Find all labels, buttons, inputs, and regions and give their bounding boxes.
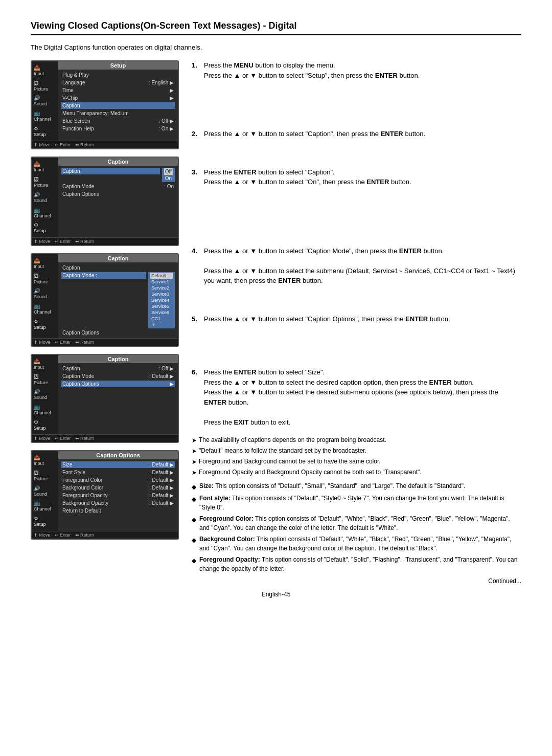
- note-4-text: Foreground Opacity and Background Opacit…: [199, 468, 422, 477]
- step-4-num: 4.: [192, 246, 201, 286]
- bullet-font-text: Font style: This option consists of "Def…: [199, 494, 521, 512]
- menu-transparency: Menu Transparency: Medium: [61, 110, 175, 117]
- tv-sidebar-4: 📥Input 🖼Picture 🔊Sound 📺Channel ⚙Setup: [32, 355, 58, 434]
- step-3-num: 3.: [192, 167, 201, 187]
- sidebar-input-4: 📥Input: [33, 357, 57, 372]
- bullet-bg-color: ◆ Background Color: This option consists…: [192, 535, 521, 553]
- notes-section: ➤ The availability of captions depends o…: [192, 435, 521, 477]
- menu-fg-opacity: Foreground Opacity: Default ▶: [61, 492, 175, 499]
- sidebar-setup-3: ⚙Setup: [33, 317, 57, 332]
- menu-caption-options-2: Caption Options: [61, 191, 175, 197]
- tv-menu-items-3: Caption Caption Mode : Default Service1 …: [58, 262, 178, 338]
- bullets-section: ◆ Size: This option consists of "Default…: [192, 481, 521, 573]
- note-arrow-2: ➤: [192, 447, 197, 456]
- tv-footer-3: ⬆ Move↩ Enter⬅ Return: [32, 338, 178, 346]
- sidebar-channel-5: 📺Channel: [33, 499, 57, 514]
- bullet-fg-color-text: Foreground Color: This option consists o…: [199, 514, 521, 532]
- tv-menu-title-5: Caption Options: [58, 451, 178, 459]
- bullet-size-text: Size: This option consists of "Default",…: [199, 481, 465, 492]
- step-3: 3. Press the ENTER button to select "Cap…: [192, 167, 521, 187]
- sidebar-input-5: 📥Input: [33, 453, 57, 468]
- tv-footer-2: ⬆ Move↩ Enter⬅ Return: [32, 237, 178, 245]
- step-5-num: 5.: [192, 314, 201, 324]
- note-arrow-4: ➤: [192, 468, 197, 477]
- step-6: 6. Press the ENTER button to select "Siz…: [192, 367, 521, 427]
- tv-sidebar-2: 📥Input 🖼Picture 🔊Sound 📺Channel ⚙Setup: [32, 158, 58, 237]
- tv-sidebar-1: 📥Input 🖼Picture 🔊Sound 📺Channel ⚙Setup: [32, 61, 58, 141]
- step-6-num: 6.: [192, 367, 201, 427]
- menu-caption-options-3: Caption Options: [61, 329, 175, 336]
- tv-footer-5: ⬆ Move↩ Enter⬅ Return: [32, 531, 178, 539]
- menu-bg-opacity: Background Opacity: Default ▶: [61, 500, 175, 506]
- note-3: ➤ Foreground and Background cannot be se…: [192, 457, 521, 466]
- menu-function-help: Function Help: On ▶: [61, 125, 175, 132]
- menu-caption-3: Caption: [61, 264, 175, 271]
- menu-time: Time▶: [61, 87, 175, 94]
- sidebar-picture-2: 🖼Picture: [33, 175, 57, 190]
- sidebar-input-3: 📥Input: [33, 256, 57, 271]
- sidebar-channel: 📺Channel: [33, 109, 57, 124]
- tv-menu-title-4: Caption: [58, 355, 178, 363]
- sidebar-setup-2: ⚙Setup: [33, 220, 57, 235]
- menu-vchip: V-Chip▶: [61, 95, 175, 101]
- bullet-dot-5: ◆: [192, 556, 196, 573]
- tv-menu-title-1: Setup: [58, 61, 178, 70]
- tv-main-5: Caption Options Size: Default ▶ Font Sty…: [58, 451, 178, 530]
- sidebar-picture: 🖼Picture: [33, 79, 57, 94]
- step-4: 4. Press the ▲ or ▼ button to select "Ca…: [192, 246, 521, 286]
- sidebar-input: 📥Input: [33, 63, 57, 78]
- tv-sidebar-5: 📥Input 🖼Picture 🔊Sound 📺Channel ⚙Setup: [32, 451, 58, 530]
- step-1: 1. Press the MENU button to display the …: [192, 60, 521, 80]
- step-5: 5. Press the ▲ or ▼ button to select "Ca…: [192, 314, 521, 324]
- step-2-num: 2.: [192, 129, 201, 139]
- sidebar-picture-5: 🖼Picture: [33, 469, 57, 483]
- tv-main-3: Caption Caption Caption Mode : Default S…: [58, 254, 178, 338]
- note-2: ➤ "Default" means to follow the standard…: [192, 446, 521, 456]
- tv-sidebar-3: 📥Input 🖼Picture 🔊Sound 📺Channel ⚙Setup: [32, 254, 58, 338]
- step-2-content: Press the ▲ or ▼ button to select "Capti…: [204, 129, 521, 139]
- sidebar-sound-2: 🔊Sound: [33, 190, 57, 205]
- tv-screen-4: 📥Input 🖼Picture 🔊Sound 📺Channel ⚙Setup C…: [31, 354, 179, 443]
- page-title: Viewing Closed Captions(On-Screen Text M…: [31, 20, 521, 35]
- tv-main-2: Caption Caption Off On Caption Mode: On …: [58, 158, 178, 237]
- tv-screen-3: 📥Input 🖼Picture 🔊Sound 📺Channel ⚙Setup C…: [31, 253, 179, 347]
- instructions-column: 1. Press the MENU button to display the …: [192, 60, 521, 585]
- menu-caption-mode-3: Caption Mode :: [61, 272, 146, 279]
- menu-caption-mode-4: Caption Mode: Default ▶: [61, 373, 175, 380]
- page-number: English-45: [31, 591, 521, 598]
- bullet-size: ◆ Size: This option consists of "Default…: [192, 481, 521, 492]
- bullet-dot-1: ◆: [192, 482, 196, 492]
- tv-menu-items-5: Size: Default ▶ Font Style: Default ▶ Fo…: [58, 459, 178, 530]
- bullet-fg-opacity-text: Foreground Opacity: This option consists…: [199, 555, 521, 573]
- tv-main-1: Setup Plug & Play Language: English ▶ Ti…: [58, 61, 178, 141]
- note-1-text: The availability of captions depends on …: [199, 435, 386, 445]
- sidebar-setup-4: ⚙Setup: [33, 418, 57, 433]
- menu-language: Language: English ▶: [61, 79, 175, 86]
- menu-blue-screen: Blue Screen: Off ▶: [61, 118, 175, 124]
- tv-menu-title-3: Caption: [58, 254, 178, 262]
- step-6-content: Press the ENTER button to select "Size".…: [204, 367, 521, 427]
- tv-screen-1: 📥Input 🖼Picture 🔊Sound 📺Channel ⚙Setup S…: [31, 60, 179, 149]
- sidebar-sound-4: 🔊Sound: [33, 387, 57, 402]
- bullet-fg-opacity: ◆ Foreground Opacity: This option consis…: [192, 555, 521, 573]
- main-layout: 📥Input 🖼Picture 🔊Sound 📺Channel ⚙Setup S…: [31, 60, 521, 585]
- sidebar-input-2: 📥Input: [33, 160, 57, 174]
- menu-fg-color: Foreground Color: Default ▶: [61, 477, 175, 483]
- step-1-num: 1.: [192, 60, 201, 80]
- sidebar-sound-5: 🔊Sound: [33, 484, 57, 499]
- bullet-fg-color: ◆ Foreground Color: This option consists…: [192, 514, 521, 532]
- note-arrow-3: ➤: [192, 457, 197, 466]
- sidebar-picture-3: 🖼Picture: [33, 272, 57, 286]
- note-2-text: "Default" means to follow the standard s…: [199, 446, 366, 456]
- menu-return-default: Return to Default: [61, 507, 175, 514]
- sidebar-picture-4: 🖼Picture: [33, 372, 57, 387]
- continued-text: Continued...: [192, 577, 521, 585]
- menu-font-style: Font Style: Default ▶: [61, 469, 175, 476]
- bullet-dot-3: ◆: [192, 515, 196, 532]
- sidebar-channel-4: 📺Channel: [33, 403, 57, 417]
- menu-bg-color: Background Color: Default ▶: [61, 484, 175, 491]
- tv-footer-1: ⬆ Move↩ Enter⬅ Return: [32, 141, 178, 148]
- bullet-dot-4: ◆: [192, 536, 196, 553]
- tv-menu-items-4: Caption: Off ▶ Caption Mode: Default ▶ C…: [58, 363, 178, 434]
- sidebar-setup-5: ⚙Setup: [33, 514, 57, 529]
